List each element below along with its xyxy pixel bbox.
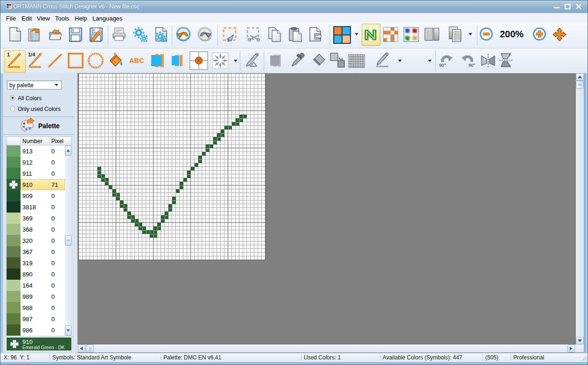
svg-text:1: 1	[7, 52, 10, 57]
svg-text:1/4: 1/4	[28, 52, 35, 57]
svg-text:90°: 90°	[469, 62, 476, 68]
svg-text:90°: 90°	[439, 62, 446, 68]
